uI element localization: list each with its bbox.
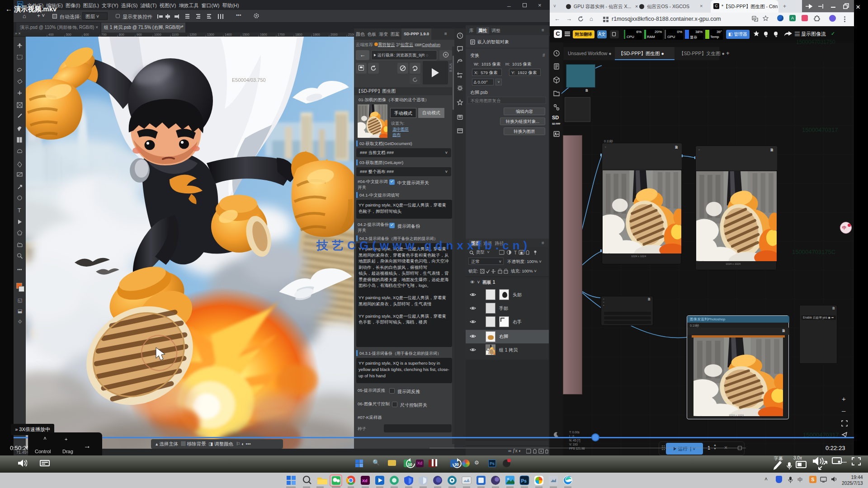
svg-text:E50004/03.750: E50004/03.750 <box>232 77 266 83</box>
svg-text:500: 500 <box>66 33 71 36</box>
svg-text:1700: 1700 <box>278 33 285 36</box>
svg-text:1500: 1500 <box>242 33 250 36</box>
svg-text:A: A <box>753 17 755 20</box>
svg-text:400: 400 <box>48 33 54 36</box>
svg-text:600: 600 <box>84 33 89 36</box>
svg-text:1800: 1800 <box>295 33 302 36</box>
svg-text:1100: 1100 <box>172 33 179 36</box>
svg-text:•••: ••• <box>17 267 22 272</box>
svg-text:Ps: Ps <box>521 479 527 483</box>
svg-text:700: 700 <box>101 33 107 36</box>
svg-text:900: 900 <box>137 33 142 36</box>
svg-text:800: 800 <box>119 33 124 36</box>
svg-text:1600: 1600 <box>260 33 267 36</box>
svg-text:1300: 1300 <box>207 33 214 36</box>
svg-text:1400: 1400 <box>225 33 232 36</box>
svg-text:2000: 2000 <box>330 33 338 36</box>
svg-text:10: 10 <box>408 462 412 467</box>
svg-text:Xd: Xd <box>362 479 368 483</box>
svg-text:30: 30 <box>454 462 459 467</box>
svg-text:1000: 1000 <box>154 33 161 36</box>
svg-text:1200: 1200 <box>189 33 197 36</box>
svg-text:1900: 1900 <box>313 33 320 36</box>
svg-text:T: T <box>18 207 21 214</box>
